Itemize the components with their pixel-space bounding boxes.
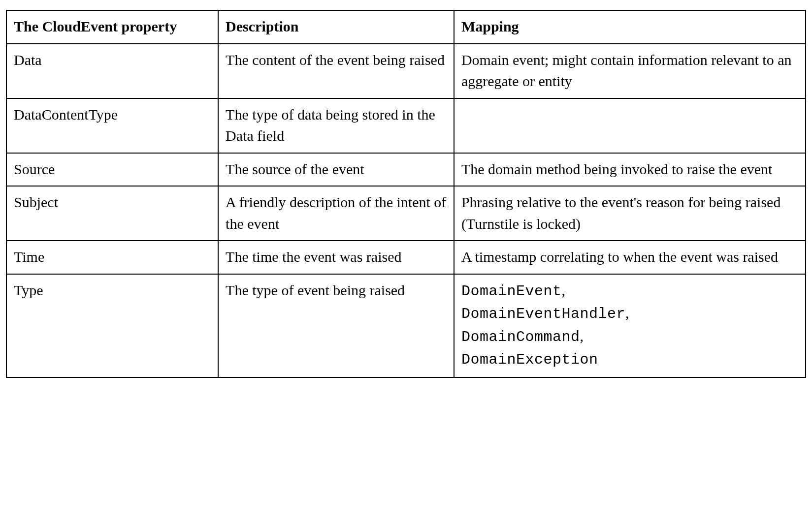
cell-mapping [454,98,806,153]
code-token: DomainEvent [461,283,566,300]
cloudevent-table: The CloudEvent property Description Mapp… [6,10,806,378]
cell-property: DataContentType [6,98,218,153]
table-row: Time The time the event was raised A tim… [6,241,806,274]
cell-mapping: Phrasing relative to the event's reason … [454,186,806,241]
cell-mapping: DomainEvent DomainEventHandler DomainCom… [454,274,806,377]
code-token: DomainCommand [461,329,584,345]
table-row: Type The type of event being raised Doma… [6,274,806,377]
col-header-mapping: Mapping [454,10,806,44]
cell-mapping: The domain method being invoked to raise… [454,153,806,187]
table-row: Data The content of the event being rais… [6,44,806,98]
cell-description: The source of the event [218,153,454,187]
code-token: DomainException [461,351,598,368]
cell-description: The content of the event being raised [218,44,454,98]
cell-description: The type of data being stored in the Dat… [218,98,454,153]
cell-mapping: Domain event; might contain information … [454,44,806,98]
table-row: Subject A friendly description of the in… [6,186,806,241]
table-header-row: The CloudEvent property Description Mapp… [6,10,806,44]
cell-mapping: A timestamp correlating to when the even… [454,241,806,274]
code-token: DomainEventHandler [461,306,629,322]
cell-property: Time [6,241,218,274]
cell-description: The time the event was raised [218,241,454,274]
cell-property: Source [6,153,218,187]
table-row: Source The source of the event The domai… [6,153,806,187]
col-header-property: The CloudEvent property [6,10,218,44]
cell-description: The type of event being raised [218,274,454,377]
cell-property: Type [6,274,218,377]
cell-description: A friendly description of the intent of … [218,186,454,241]
cell-property: Subject [6,186,218,241]
col-header-description: Description [218,10,454,44]
cell-property: Data [6,44,218,98]
table-row: DataContentType The type of data being s… [6,98,806,153]
